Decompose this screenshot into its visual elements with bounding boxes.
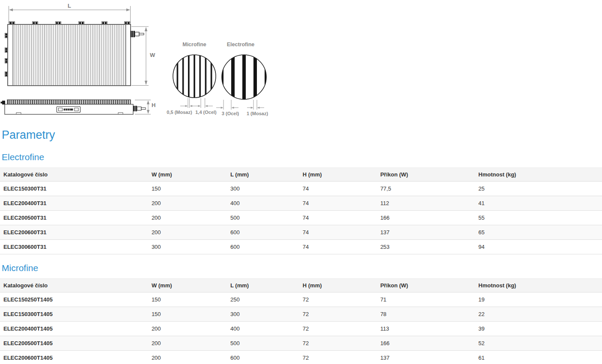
section-heading-microfine: Microfine [2, 263, 602, 273]
value-cell: 400 [227, 322, 299, 336]
value-cell: 71 [377, 292, 475, 307]
value-cell: 74 [299, 225, 377, 240]
catalog-number-cell: ELEC200600T1405 [0, 351, 148, 364]
table-row: ELEC200600T14052006007213761 [0, 351, 602, 364]
microfine-pattern-circle [173, 55, 216, 98]
value-cell: 77,5 [377, 182, 475, 196]
value-cell: 600 [227, 240, 299, 254]
value-cell: 137 [377, 351, 475, 364]
value-cell: 250 [227, 292, 299, 307]
value-cell: 74 [299, 196, 377, 211]
top-clamps [9, 22, 130, 25]
value-cell: 39 [475, 322, 602, 336]
value-cell: 200 [148, 196, 227, 211]
table-row: ELEC200400T312004007411241 [0, 196, 602, 211]
electrofine-pattern-title: Electrofine [227, 42, 255, 48]
electrofine-spec-table: Katalogové čísloW (mm)L (mm)H (mm)Příkon… [0, 167, 602, 254]
catalog-number-cell: ELEC150300T1405 [0, 307, 148, 322]
value-cell: 55 [475, 211, 602, 225]
column-header-1: W (mm) [148, 168, 227, 182]
value-cell: 72 [299, 322, 377, 336]
column-header-4: Příkon (W) [377, 279, 475, 292]
column-header-0: Katalogové číslo [0, 279, 148, 292]
value-cell: 200 [148, 225, 227, 240]
cable-connector-top-view [131, 31, 144, 37]
catalog-number-cell: ELEC200400T1405 [0, 322, 148, 336]
technical-drawing: L [0, 0, 602, 125]
catalog-number-cell: ELEC200500T1405 [0, 336, 148, 351]
table-row: ELEC150300T311503007477,525 [0, 182, 602, 196]
electrofine-brass-label: 1 (Mosaz) [247, 111, 268, 116]
top-view-drawing: L [5, 3, 156, 86]
catalog-number-cell: ELEC200600T31 [0, 225, 148, 240]
catalog-number-cell: ELEC200400T31 [0, 196, 148, 211]
nameplate [57, 107, 80, 113]
table-row: ELEC300600T313006007425394 [0, 240, 602, 254]
electrofine-dim-annotations [216, 100, 264, 110]
value-cell: 150 [148, 292, 227, 307]
value-cell: 25 [475, 182, 602, 196]
microfine-spec-table: Katalogové čísloW (mm)L (mm)H (mm)Příkon… [0, 278, 602, 364]
value-cell: 300 [148, 240, 227, 254]
value-cell: 72 [299, 307, 377, 322]
catalog-number-cell: ELEC150250T1405 [0, 292, 148, 307]
side-view-drawing: H [1, 100, 156, 114]
value-cell: 112 [377, 196, 475, 211]
value-cell: 78 [377, 307, 475, 322]
value-cell: 72 [299, 336, 377, 351]
section-heading-electrofine: Electrofine [2, 152, 602, 162]
column-header-5: Hmotnost (kg) [475, 168, 602, 182]
column-header-5: Hmotnost (kg) [475, 279, 602, 292]
value-cell: 74 [299, 182, 377, 196]
table-row: ELEC150300T1405150300727822 [0, 307, 602, 322]
value-cell: 200 [148, 351, 227, 364]
side-clamps [5, 33, 8, 77]
table-row: ELEC200500T312005007416655 [0, 211, 602, 225]
dimension-width-label: W [150, 52, 155, 58]
column-header-4: Příkon (W) [377, 168, 475, 182]
value-cell: 22 [475, 307, 602, 322]
value-cell: 300 [227, 307, 299, 322]
value-cell: 600 [227, 225, 299, 240]
section-microfine: Microfine Katalogové čísloW (mm)L (mm)H … [0, 263, 602, 364]
column-header-2: L (mm) [227, 168, 299, 182]
value-cell: 150 [148, 182, 227, 196]
column-header-3: H (mm) [299, 279, 377, 292]
pole-pitch-patterns: Microfine Electrofine 0,5 (Mosaz) 1,4 (O… [167, 42, 268, 116]
value-cell: 41 [475, 196, 602, 211]
value-cell: 72 [299, 292, 377, 307]
catalog-number-cell: ELEC150300T31 [0, 182, 148, 196]
catalog-number-cell: ELEC300600T31 [0, 240, 148, 254]
value-cell: 74 [299, 240, 377, 254]
table-header-row: Katalogové čísloW (mm)L (mm)H (mm)Příkon… [0, 168, 602, 182]
value-cell: 19 [475, 292, 602, 307]
value-cell: 300 [227, 182, 299, 196]
value-cell: 74 [299, 211, 377, 225]
column-header-0: Katalogové číslo [0, 168, 148, 182]
page-title: Parametry [2, 128, 602, 142]
value-cell: 150 [148, 307, 227, 322]
microfine-dim-annotations [180, 98, 213, 108]
column-header-2: L (mm) [227, 279, 299, 292]
value-cell: 200 [148, 211, 227, 225]
value-cell: 137 [377, 225, 475, 240]
dimension-length-label: L [68, 3, 71, 9]
value-cell: 61 [475, 351, 602, 364]
table-header-row: Katalogové čísloW (mm)L (mm)H (mm)Příkon… [0, 279, 602, 292]
value-cell: 166 [377, 336, 475, 351]
table-row: ELEC200500T14052005007216652 [0, 336, 602, 351]
value-cell: 500 [227, 211, 299, 225]
dimension-height-label: H [152, 102, 155, 108]
electrofine-pattern-circle [222, 55, 266, 99]
value-cell: 400 [227, 196, 299, 211]
column-header-1: W (mm) [148, 279, 227, 292]
value-cell: 200 [148, 322, 227, 336]
value-cell: 166 [377, 211, 475, 225]
value-cell: 113 [377, 322, 475, 336]
catalog-number-cell: ELEC200500T31 [0, 211, 148, 225]
microfine-pattern-title: Microfine [182, 42, 206, 48]
value-cell: 200 [148, 336, 227, 351]
cable-connector-side-view [133, 106, 146, 111]
value-cell: 65 [475, 225, 602, 240]
value-cell: 500 [227, 336, 299, 351]
